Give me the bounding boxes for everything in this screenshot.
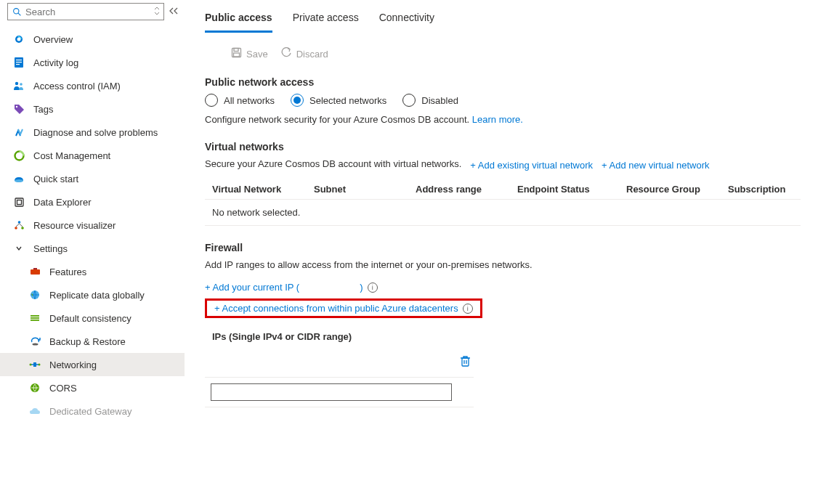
overview-icon (13, 33, 25, 45)
search-box[interactable] (7, 3, 164, 20)
consistency-icon (29, 312, 41, 324)
add-existing-vnet-link[interactable]: + Add existing virtual network (470, 160, 593, 171)
radio-label: All networks (224, 95, 275, 106)
svg-rect-30 (234, 53, 240, 57)
svg-rect-7 (16, 64, 20, 65)
svg-point-8 (15, 82, 18, 85)
svg-rect-29 (234, 49, 238, 52)
svg-point-10 (15, 106, 17, 107)
sidebar-item-replicate[interactable]: Replicate data globally (0, 283, 185, 306)
empty-message: No network selected. (205, 200, 801, 226)
sidebar-item-quick-start[interactable]: Quick start (0, 167, 185, 190)
svg-line-1 (18, 13, 20, 15)
sidebar-item-cost-management[interactable]: Cost Management (0, 144, 185, 167)
svg-point-24 (32, 344, 38, 346)
sidebar-item-label: Resource visualizer (33, 220, 116, 231)
svg-point-16 (15, 227, 17, 229)
network-access-radiogroup: All networks Selected networks Disabled (205, 94, 818, 107)
sidebar-item-networking[interactable]: Networking (0, 353, 185, 376)
sidebar-item-diagnose[interactable]: Diagnose and solve problems (0, 121, 185, 144)
sidebar-item-activity-log[interactable]: Activity log (0, 51, 185, 74)
col-subscription: Subscription (728, 179, 801, 200)
search-input[interactable] (23, 7, 153, 17)
radio-label: Disabled (421, 95, 458, 106)
svg-point-9 (20, 83, 23, 86)
public-network-access-heading: Public network access (205, 76, 818, 88)
trash-icon[interactable] (460, 359, 471, 370)
svg-rect-14 (17, 200, 21, 204)
radio-all-networks[interactable]: All networks (205, 94, 275, 107)
svg-rect-23 (31, 320, 39, 321)
sidebar-item-backup[interactable]: Backup & Restore (0, 330, 185, 353)
search-icon (11, 6, 23, 17)
sidebar-item-label: Dedicated Gateway (49, 406, 131, 417)
svg-rect-18 (31, 269, 40, 275)
sort-icon[interactable] (153, 7, 161, 17)
accept-azure-datacenters-link[interactable]: + Accept connections from within public … (214, 303, 458, 314)
sidebar-group-label: Settings (33, 243, 68, 254)
firewall-desc: Add IP ranges to allow access from the i… (205, 259, 818, 270)
col-resource-group: Resource Group (626, 179, 728, 200)
data-explorer-icon (13, 196, 25, 208)
add-current-ip-link[interactable]: + Add your current IP ( ) (205, 282, 363, 293)
sidebar-item-label: CORS (49, 383, 77, 394)
ip-input[interactable] (211, 383, 452, 401)
svg-point-3 (17, 38, 21, 41)
radio-selected-networks[interactable]: Selected networks (291, 94, 386, 107)
activity-log-icon (13, 57, 25, 68)
sidebar-item-consistency[interactable]: Default consistency (0, 306, 185, 330)
resource-visualizer-icon (13, 219, 25, 231)
sidebar-item-overview[interactable]: Overview (0, 28, 185, 51)
sidebar-item-label: Activity log (33, 57, 78, 68)
col-virtual-network: Virtual Network (205, 179, 314, 200)
learn-more-link[interactable]: Learn more. (472, 114, 523, 125)
table-row (205, 348, 474, 378)
info-icon[interactable]: i (463, 304, 473, 314)
sidebar-item-features[interactable]: Features (0, 260, 185, 283)
discard-button[interactable]: Discard (281, 47, 328, 60)
svg-rect-22 (31, 317, 39, 319)
gateway-icon (29, 405, 41, 417)
tab-public-access[interactable]: Public access (205, 10, 272, 33)
sidebar-item-label: Data Explorer (33, 197, 91, 208)
globe-icon (29, 289, 41, 301)
sidebar-item-resource-visualizer[interactable]: Resource visualizer (0, 214, 185, 237)
features-icon (29, 266, 41, 277)
sidebar-item-label: Tags (33, 104, 53, 115)
sidebar-item-tags[interactable]: Tags (0, 97, 185, 121)
svg-rect-5 (16, 60, 22, 60)
vnet-table: Virtual Network Subnet Address range End… (205, 179, 801, 226)
radio-label: Selected networks (309, 95, 386, 106)
tags-icon (13, 103, 25, 115)
col-ips: IPs (Single IPv4 or CIDR range) (205, 321, 474, 348)
sidebar-item-label: Backup & Restore (49, 336, 126, 347)
save-button[interactable]: Save (231, 47, 268, 60)
sidebar-group-settings[interactable]: Settings (0, 237, 185, 260)
svg-rect-13 (15, 198, 23, 206)
add-new-vnet-link[interactable]: + Add new virtual network (602, 160, 710, 171)
svg-rect-21 (31, 315, 39, 317)
sidebar-item-dedicated-gateway[interactable]: Dedicated Gateway (0, 399, 185, 423)
svg-point-25 (30, 364, 32, 366)
radio-disabled[interactable]: Disabled (402, 94, 458, 107)
sidebar-item-cors[interactable]: CORS (0, 376, 185, 399)
highlight-accept-azure: + Accept connections from within public … (205, 298, 482, 318)
chevron-down-icon (13, 243, 25, 254)
cost-icon (13, 150, 25, 161)
sidebar-item-label: Replicate data globally (49, 290, 145, 301)
tab-connectivity[interactable]: Connectivity (379, 10, 434, 33)
access-control-icon (13, 80, 25, 92)
sidebar-item-label: Access control (IAM) (33, 81, 121, 92)
svg-rect-31 (462, 358, 469, 366)
sidebar-item-label: Default consistency (49, 313, 131, 324)
sidebar-item-label: Features (49, 267, 86, 277)
sidebar-item-data-explorer[interactable]: Data Explorer (0, 190, 185, 214)
tab-private-access[interactable]: Private access (293, 10, 359, 33)
main-content: Public access Private access Connectivit… (185, 0, 818, 504)
sidebar-item-label: Quick start (33, 174, 78, 184)
collapse-icon[interactable] (169, 7, 179, 17)
col-endpoint-status: Endpoint Status (517, 179, 626, 200)
discard-label: Discard (296, 49, 328, 60)
info-icon[interactable]: i (368, 283, 378, 293)
sidebar-item-access-control[interactable]: Access control (IAM) (0, 74, 185, 97)
